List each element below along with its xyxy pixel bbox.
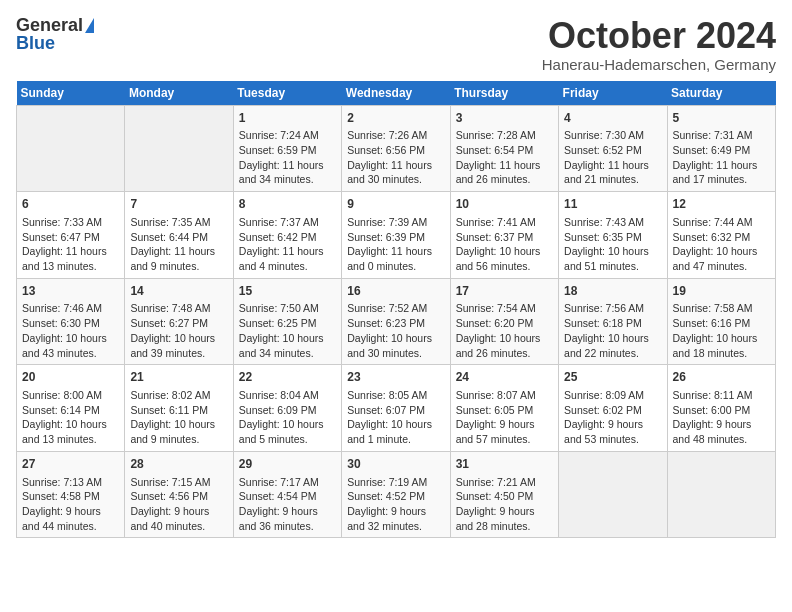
cell-line: Sunrise: 7:15 AM	[130, 475, 227, 490]
calendar-cell: 9Sunrise: 7:39 AMSunset: 6:39 PMDaylight…	[342, 192, 450, 279]
cell-line: Daylight: 11 hours	[130, 244, 227, 259]
cell-line: Sunset: 6:47 PM	[22, 230, 119, 245]
cell-line: Daylight: 11 hours	[22, 244, 119, 259]
logo: General Blue	[16, 16, 94, 52]
cell-line: Daylight: 10 hours	[347, 417, 444, 432]
title-area: October 2024 Hanerau-Hademarschen, Germa…	[542, 16, 776, 73]
cell-line: Sunrise: 8:04 AM	[239, 388, 336, 403]
day-number: 23	[347, 369, 444, 386]
cell-line: and 40 minutes.	[130, 519, 227, 534]
cell-line: Sunrise: 7:56 AM	[564, 301, 661, 316]
cell-line: Sunrise: 8:11 AM	[673, 388, 770, 403]
cell-line: Sunset: 4:52 PM	[347, 489, 444, 504]
cell-line: Daylight: 9 hours	[564, 417, 661, 432]
calendar-cell: 31Sunrise: 7:21 AMSunset: 4:50 PMDayligh…	[450, 451, 558, 538]
cell-line: Sunrise: 7:17 AM	[239, 475, 336, 490]
cell-line: Sunrise: 7:52 AM	[347, 301, 444, 316]
day-number: 15	[239, 283, 336, 300]
calendar-cell: 16Sunrise: 7:52 AMSunset: 6:23 PMDayligh…	[342, 278, 450, 365]
cell-line: Sunrise: 7:26 AM	[347, 128, 444, 143]
cell-line: Sunset: 6:44 PM	[130, 230, 227, 245]
cell-line: Sunrise: 7:19 AM	[347, 475, 444, 490]
cell-line: and 1 minute.	[347, 432, 444, 447]
logo-general-text: General	[16, 16, 83, 34]
cell-line: and 13 minutes.	[22, 432, 119, 447]
day-number: 17	[456, 283, 553, 300]
cell-line: Daylight: 11 hours	[456, 158, 553, 173]
cell-line: Sunrise: 7:50 AM	[239, 301, 336, 316]
cell-line: and 47 minutes.	[673, 259, 770, 274]
cell-line: Sunset: 6:05 PM	[456, 403, 553, 418]
calendar-week-4: 20Sunrise: 8:00 AMSunset: 6:14 PMDayligh…	[17, 365, 776, 452]
day-number: 19	[673, 283, 770, 300]
calendar-cell: 8Sunrise: 7:37 AMSunset: 6:42 PMDaylight…	[233, 192, 341, 279]
cell-line: Daylight: 11 hours	[239, 244, 336, 259]
calendar-cell: 3Sunrise: 7:28 AMSunset: 6:54 PMDaylight…	[450, 105, 558, 192]
calendar-cell: 15Sunrise: 7:50 AMSunset: 6:25 PMDayligh…	[233, 278, 341, 365]
cell-line: Sunset: 6:42 PM	[239, 230, 336, 245]
cell-line: Sunrise: 7:24 AM	[239, 128, 336, 143]
calendar-cell: 18Sunrise: 7:56 AMSunset: 6:18 PMDayligh…	[559, 278, 667, 365]
day-number: 7	[130, 196, 227, 213]
cell-line: Sunset: 4:50 PM	[456, 489, 553, 504]
cell-line: Daylight: 10 hours	[564, 244, 661, 259]
cell-line: Daylight: 9 hours	[22, 504, 119, 519]
cell-line: Sunrise: 7:13 AM	[22, 475, 119, 490]
cell-line: Daylight: 11 hours	[239, 158, 336, 173]
calendar-week-2: 6Sunrise: 7:33 AMSunset: 6:47 PMDaylight…	[17, 192, 776, 279]
day-number: 28	[130, 456, 227, 473]
day-number: 18	[564, 283, 661, 300]
calendar-cell: 21Sunrise: 8:02 AMSunset: 6:11 PMDayligh…	[125, 365, 233, 452]
cell-line: Sunrise: 7:48 AM	[130, 301, 227, 316]
calendar-cell: 14Sunrise: 7:48 AMSunset: 6:27 PMDayligh…	[125, 278, 233, 365]
calendar-week-1: 1Sunrise: 7:24 AMSunset: 6:59 PMDaylight…	[17, 105, 776, 192]
cell-line: Daylight: 10 hours	[456, 331, 553, 346]
calendar-cell: 6Sunrise: 7:33 AMSunset: 6:47 PMDaylight…	[17, 192, 125, 279]
cell-line: Sunset: 6:35 PM	[564, 230, 661, 245]
cell-line: Sunrise: 7:41 AM	[456, 215, 553, 230]
cell-line: and 13 minutes.	[22, 259, 119, 274]
cell-line: Sunrise: 7:30 AM	[564, 128, 661, 143]
cell-line: and 21 minutes.	[564, 172, 661, 187]
day-number: 29	[239, 456, 336, 473]
day-number: 3	[456, 110, 553, 127]
cell-line: Sunrise: 7:46 AM	[22, 301, 119, 316]
cell-line: Daylight: 10 hours	[130, 417, 227, 432]
cell-line: Daylight: 10 hours	[22, 417, 119, 432]
calendar-body: 1Sunrise: 7:24 AMSunset: 6:59 PMDaylight…	[17, 105, 776, 538]
cell-line: and 18 minutes.	[673, 346, 770, 361]
calendar-cell: 10Sunrise: 7:41 AMSunset: 6:37 PMDayligh…	[450, 192, 558, 279]
cell-line: and 30 minutes.	[347, 346, 444, 361]
cell-line: Sunrise: 7:31 AM	[673, 128, 770, 143]
day-number: 6	[22, 196, 119, 213]
calendar-cell: 7Sunrise: 7:35 AMSunset: 6:44 PMDaylight…	[125, 192, 233, 279]
location-text: Hanerau-Hademarschen, Germany	[542, 56, 776, 73]
cell-line: and 5 minutes.	[239, 432, 336, 447]
cell-line: Sunset: 6:30 PM	[22, 316, 119, 331]
cell-line: Sunset: 6:37 PM	[456, 230, 553, 245]
cell-line: and 30 minutes.	[347, 172, 444, 187]
cell-line: and 53 minutes.	[564, 432, 661, 447]
day-number: 30	[347, 456, 444, 473]
cell-line: Sunrise: 8:05 AM	[347, 388, 444, 403]
cell-line: Sunset: 6:11 PM	[130, 403, 227, 418]
calendar-cell: 19Sunrise: 7:58 AMSunset: 6:16 PMDayligh…	[667, 278, 775, 365]
calendar-cell	[125, 105, 233, 192]
weekday-header-thursday: Thursday	[450, 81, 558, 106]
cell-line: Sunset: 6:00 PM	[673, 403, 770, 418]
cell-line: Sunrise: 7:43 AM	[564, 215, 661, 230]
day-number: 22	[239, 369, 336, 386]
cell-line: Sunset: 4:54 PM	[239, 489, 336, 504]
cell-line: and 28 minutes.	[456, 519, 553, 534]
cell-line: Sunrise: 7:58 AM	[673, 301, 770, 316]
calendar-cell: 28Sunrise: 7:15 AMSunset: 4:56 PMDayligh…	[125, 451, 233, 538]
calendar-cell	[17, 105, 125, 192]
cell-line: Sunrise: 7:21 AM	[456, 475, 553, 490]
cell-line: Daylight: 10 hours	[564, 331, 661, 346]
day-number: 2	[347, 110, 444, 127]
day-number: 21	[130, 369, 227, 386]
cell-line: and 34 minutes.	[239, 172, 336, 187]
cell-line: Sunrise: 7:54 AM	[456, 301, 553, 316]
cell-line: Sunset: 4:58 PM	[22, 489, 119, 504]
weekday-header-saturday: Saturday	[667, 81, 775, 106]
